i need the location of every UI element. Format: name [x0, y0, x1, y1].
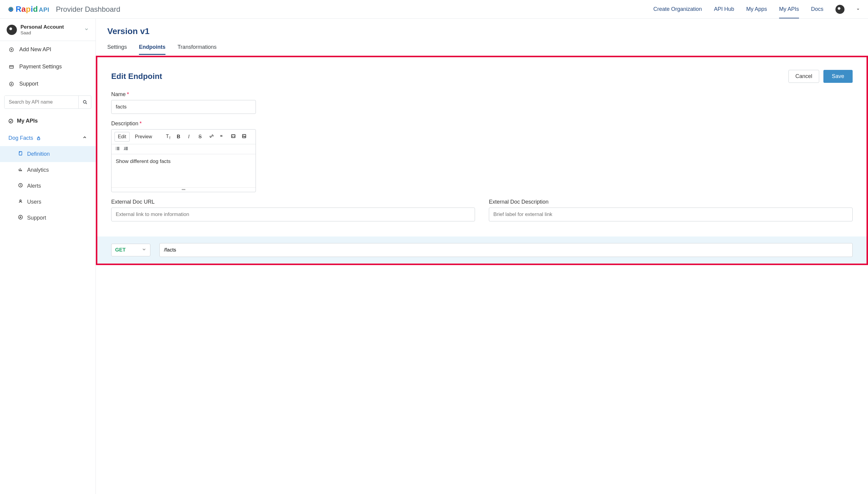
- user-avatar[interactable]: [835, 5, 845, 14]
- subnav-label: Support: [27, 215, 46, 221]
- image-icon[interactable]: [239, 132, 247, 141]
- sidebar-add-api[interactable]: Add New API: [0, 41, 95, 58]
- name-label: Name*: [111, 91, 853, 98]
- sidebar-section-my-apis[interactable]: My APIs: [0, 112, 95, 130]
- http-method-select[interactable]: GET: [111, 244, 150, 256]
- ext-url-input[interactable]: [111, 208, 475, 222]
- nav-my-apis[interactable]: My APIs: [779, 6, 799, 12]
- svg-point-7: [10, 82, 14, 86]
- file-icon: [18, 151, 23, 157]
- resize-handle-icon[interactable]: •••: [112, 187, 256, 192]
- svg-point-3: [10, 9, 10, 9]
- account-avatar-icon: [7, 25, 17, 35]
- unordered-list-icon[interactable]: [115, 146, 120, 152]
- search-input[interactable]: [4, 96, 78, 109]
- subnav-label: Analytics: [27, 167, 49, 173]
- edit-endpoint-panel: Edit Endpoint Cancel Save Name* Descript…: [96, 56, 868, 265]
- tab-endpoints[interactable]: Endpoints: [139, 44, 165, 55]
- plus-circle-icon: [9, 47, 15, 52]
- logo-icon: [8, 7, 13, 12]
- search-icon: [82, 100, 87, 104]
- check-circle-icon: [8, 119, 13, 124]
- name-input[interactable]: [111, 100, 256, 114]
- logo[interactable]: RapidAPI: [8, 4, 50, 14]
- sidebar-payment-label: Payment Settings: [19, 63, 62, 70]
- nav-api-hub[interactable]: API Hub: [714, 6, 734, 12]
- cancel-button[interactable]: Cancel: [789, 70, 819, 83]
- svg-rect-11: [19, 152, 22, 155]
- subnav-support[interactable]: Support: [0, 210, 95, 226]
- endpoint-path-input[interactable]: [160, 243, 853, 257]
- panel-title: Edit Endpoint: [111, 72, 162, 81]
- svg-point-13: [20, 200, 21, 202]
- search-button[interactable]: [78, 96, 91, 109]
- user-menu-caret-icon[interactable]: [856, 7, 860, 12]
- sidebar-api-subnav: Definition Analytics Alerts Users Suppor…: [0, 146, 95, 226]
- dashboard-title: Provider Dashboard: [56, 5, 120, 14]
- sidebar-section-label: My APIs: [17, 118, 38, 124]
- account-switcher[interactable]: Personal Account Saad: [0, 19, 95, 41]
- sidebar-add-api-label: Add New API: [19, 46, 51, 53]
- page-tabs: Settings Endpoints Transformations: [96, 36, 868, 55]
- lock-icon: [36, 136, 41, 141]
- sidebar-api-dog-facts[interactable]: Dog Facts: [0, 130, 95, 146]
- account-user: Saad: [20, 30, 64, 35]
- description-textarea[interactable]: Show different dog facts: [112, 154, 256, 187]
- description-editor: Edit Preview TT B I S ❝: [111, 129, 256, 192]
- compass-icon: [9, 82, 15, 87]
- nav-my-apps[interactable]: My Apps: [746, 6, 767, 12]
- chevron-up-icon: [82, 135, 87, 141]
- editor-tab-preview[interactable]: Preview: [132, 132, 155, 141]
- method-path-row: GET: [97, 236, 867, 264]
- ext-url-label: External Doc URL: [111, 199, 475, 205]
- main-content: Version v1 Settings Endpoints Transforma…: [96, 19, 868, 494]
- subnav-analytics[interactable]: Analytics: [0, 162, 95, 178]
- svg-point-18: [116, 148, 116, 149]
- compass-icon: [18, 215, 23, 221]
- chevron-down-icon: [142, 247, 146, 253]
- http-method-value: GET: [115, 247, 126, 253]
- italic-icon[interactable]: I: [184, 132, 193, 141]
- svg-point-8: [83, 101, 86, 103]
- ext-desc-label: External Doc Description: [489, 199, 853, 205]
- sidebar: Personal Account Saad Add New API Paymen…: [0, 19, 96, 494]
- svg-point-17: [116, 147, 116, 148]
- svg-rect-6: [10, 65, 14, 68]
- svg-point-19: [116, 149, 116, 150]
- link-icon[interactable]: [206, 132, 215, 141]
- svg-point-0: [9, 7, 13, 12]
- code-icon[interactable]: [228, 132, 236, 141]
- user-icon: [18, 199, 23, 205]
- page-title: Version v1: [96, 26, 868, 36]
- account-name: Personal Account: [20, 24, 64, 30]
- sidebar-payment-settings[interactable]: Payment Settings: [0, 58, 95, 75]
- tab-transformations[interactable]: Transformations: [178, 44, 216, 55]
- sidebar-support[interactable]: Support: [0, 75, 95, 93]
- ext-desc-input[interactable]: [489, 208, 853, 222]
- strikethrough-icon[interactable]: S: [195, 132, 204, 141]
- bold-icon[interactable]: B: [173, 132, 182, 141]
- svg-point-14: [19, 215, 23, 219]
- subnav-label: Alerts: [27, 183, 41, 189]
- editor-tab-edit[interactable]: Edit: [114, 132, 130, 141]
- quote-icon[interactable]: ❝: [217, 132, 225, 141]
- logo-text: RapidAPI: [16, 4, 50, 14]
- app-header: RapidAPI Provider Dashboard Create Organ…: [0, 0, 868, 19]
- chevron-down-icon: [84, 27, 89, 33]
- sidebar-search: [4, 95, 91, 109]
- subnav-alerts[interactable]: Alerts: [0, 178, 95, 194]
- subnav-definition[interactable]: Definition: [0, 146, 95, 162]
- card-icon: [9, 64, 15, 69]
- subnav-label: Users: [27, 199, 41, 205]
- chart-icon: [18, 167, 23, 173]
- tab-settings[interactable]: Settings: [107, 44, 127, 55]
- sidebar-support-label: Support: [19, 81, 38, 87]
- subnav-users[interactable]: Users: [0, 194, 95, 210]
- nav-docs[interactable]: Docs: [811, 6, 824, 12]
- nav-create-organization[interactable]: Create Organization: [653, 6, 702, 12]
- subnav-label: Definition: [27, 151, 50, 157]
- svg-rect-10: [37, 138, 40, 140]
- heading-icon[interactable]: TT: [163, 132, 171, 141]
- ordered-list-icon[interactable]: [124, 146, 128, 152]
- save-button[interactable]: Save: [824, 70, 853, 83]
